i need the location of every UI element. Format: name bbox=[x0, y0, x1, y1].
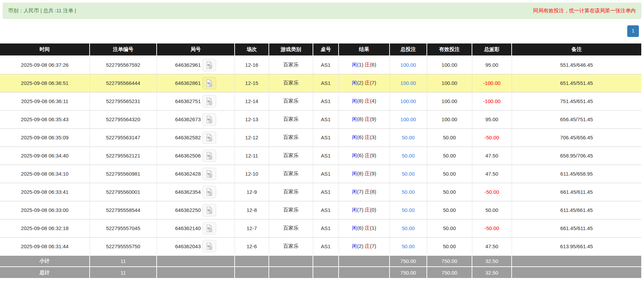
video-record-icon bbox=[205, 224, 214, 233]
banker-result: 庄 bbox=[365, 243, 370, 249]
cell-bet-id: 522795560001 bbox=[90, 183, 157, 201]
cell-remark: 661.45/611.45 bbox=[512, 183, 641, 201]
cell-remark: 611.45/661.45 bbox=[512, 201, 641, 219]
cell-table-no: AS1 bbox=[313, 183, 339, 201]
banker-result: 庄 bbox=[365, 225, 370, 231]
video-replay-button[interactable] bbox=[202, 77, 216, 89]
video-replay-button[interactable] bbox=[202, 168, 216, 180]
cell-remark: 611.45/658.95 bbox=[512, 165, 641, 183]
table-row: 2025-09-08 06:34:10 522795560981 6463624… bbox=[0, 165, 641, 183]
cell-valid-bet: 50.00 bbox=[427, 128, 472, 147]
video-replay-button[interactable] bbox=[202, 150, 216, 162]
subtotal-count: 11 bbox=[90, 255, 157, 267]
cell-round: 646362250 bbox=[157, 201, 235, 219]
total-bet-link[interactable]: 50.00 bbox=[402, 207, 415, 213]
player-result: 闲 bbox=[352, 189, 357, 194]
total-bet-link[interactable]: 50.00 bbox=[402, 171, 415, 177]
player-result: 闲 bbox=[352, 152, 357, 158]
video-replay-button[interactable] bbox=[202, 222, 216, 235]
cell-session: 12-13 bbox=[235, 110, 269, 128]
cell-valid-bet: 50.00 bbox=[427, 183, 472, 201]
player-result: 闲 bbox=[352, 225, 357, 231]
cell-valid-bet: 50.00 bbox=[427, 147, 472, 165]
round-number: 646362961 bbox=[175, 62, 201, 68]
video-replay-button[interactable] bbox=[202, 240, 216, 252]
cell-result: 闲(2) 庄(7) bbox=[339, 74, 390, 92]
total-label: 总计 bbox=[0, 267, 90, 278]
cell-total-bet: 50.00 bbox=[390, 128, 427, 147]
banker-score: (9) bbox=[370, 152, 376, 158]
video-replay-button[interactable] bbox=[202, 131, 216, 144]
player-score: (6) bbox=[357, 134, 363, 140]
total-bet-link[interactable]: 50.00 bbox=[402, 189, 415, 195]
subtotal-row: 小计 11 750.00 750.00 32.50 bbox=[0, 255, 641, 267]
video-replay-button[interactable] bbox=[202, 204, 216, 216]
cell-time: 2025-09-08 06:34:10 bbox=[0, 165, 90, 183]
video-record-icon bbox=[205, 115, 214, 124]
cell-time: 2025-09-08 06:36:11 bbox=[0, 92, 90, 110]
player-result: 闲 bbox=[352, 207, 357, 213]
player-score: (2) bbox=[357, 243, 363, 249]
total-bet-link[interactable]: 100.00 bbox=[400, 62, 416, 68]
cell-bet-id: 522795562121 bbox=[90, 147, 157, 165]
player-result: 闲 bbox=[352, 98, 357, 104]
total-valid-bet: 750.00 bbox=[427, 267, 472, 278]
video-record-icon bbox=[205, 206, 214, 215]
cell-round: 646362140 bbox=[157, 219, 235, 237]
total-bet-link[interactable]: 50.00 bbox=[402, 225, 415, 231]
cell-result: 闲(7) 庄(0) bbox=[339, 201, 390, 219]
banker-score: (9) bbox=[370, 170, 376, 176]
cell-bet-id: 522795567592 bbox=[90, 56, 157, 74]
player-score: (6) bbox=[357, 152, 363, 158]
cell-result: 闲(6) 庄(1) bbox=[339, 219, 390, 237]
cell-session: 12-11 bbox=[235, 147, 269, 165]
cell-time: 2025-09-08 06:35:09 bbox=[0, 128, 90, 147]
subtotal-total-bet: 750.00 bbox=[390, 255, 427, 267]
cell-payout: -50.00 bbox=[472, 183, 512, 201]
cell-result: 闲(6) 庄(9) bbox=[339, 147, 390, 165]
cell-bet-id: 522795555750 bbox=[90, 237, 157, 255]
currency-summary-text: 币别：人民币 | 总共 :11 注单 | bbox=[8, 8, 76, 14]
round-number: 646362354 bbox=[175, 189, 201, 195]
cell-remark: 661.45/611.45 bbox=[512, 219, 641, 237]
total-bet-link[interactable]: 100.00 bbox=[400, 98, 416, 104]
player-score: (8) bbox=[357, 98, 363, 104]
cell-round: 646362506 bbox=[157, 147, 235, 165]
cell-valid-bet: 100.00 bbox=[427, 92, 472, 110]
cell-result: 闲(1) 庄(6) bbox=[339, 56, 390, 74]
cell-time: 2025-09-08 06:35:43 bbox=[0, 110, 90, 128]
cell-time: 2025-09-08 06:33:41 bbox=[0, 183, 90, 201]
total-bet-link[interactable]: 50.00 bbox=[402, 153, 415, 159]
banker-score: (9) bbox=[370, 116, 376, 122]
cell-session: 12-6 bbox=[235, 237, 269, 255]
video-replay-button[interactable] bbox=[202, 113, 216, 126]
cell-game-type: 百家乐 bbox=[269, 201, 313, 219]
cell-session: 12-7 bbox=[235, 219, 269, 237]
cell-payout: 47.50 bbox=[472, 237, 512, 255]
cell-table-no: AS1 bbox=[313, 74, 339, 92]
player-result: 闲 bbox=[352, 134, 357, 140]
pagination-page-button[interactable]: 1 bbox=[627, 25, 639, 37]
player-score: (8) bbox=[357, 170, 363, 176]
cell-total-bet: 50.00 bbox=[390, 147, 427, 165]
cell-total-bet: 100.00 bbox=[390, 56, 427, 74]
policy-note-text: 同局有效投注，统一计算在该局第一张注单内 bbox=[533, 8, 636, 14]
cell-result: 闲(8) 庄(9) bbox=[339, 110, 390, 128]
video-replay-button[interactable] bbox=[202, 186, 216, 198]
video-replay-button[interactable] bbox=[202, 95, 216, 107]
cell-valid-bet: 100.00 bbox=[427, 74, 472, 92]
total-bet-link[interactable]: 50.00 bbox=[402, 243, 415, 249]
cell-valid-bet: 50.00 bbox=[427, 165, 472, 183]
cell-session: 12-8 bbox=[235, 201, 269, 219]
summary-bar: 币别：人民币 | 总共 :11 注单 | 同局有效投注，统一计算在该局第一张注单… bbox=[3, 3, 641, 19]
cell-total-bet: 100.00 bbox=[390, 74, 427, 92]
cell-round: 646362673 bbox=[157, 110, 235, 128]
total-bet-link[interactable]: 100.00 bbox=[400, 80, 416, 86]
video-record-icon bbox=[205, 79, 214, 88]
video-replay-button[interactable] bbox=[202, 59, 216, 71]
table-row: 2025-09-08 06:36:51 522795566444 6463628… bbox=[0, 74, 641, 92]
total-bet-link[interactable]: 50.00 bbox=[402, 135, 415, 140]
cell-remark: 656.45/751.45 bbox=[512, 110, 641, 128]
total-bet-link[interactable]: 100.00 bbox=[400, 116, 416, 122]
player-score: (1) bbox=[357, 62, 363, 67]
